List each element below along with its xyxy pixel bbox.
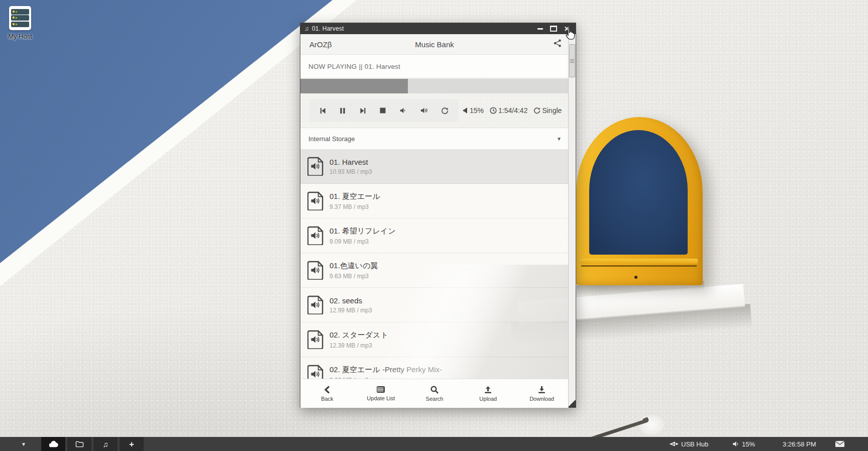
server-bay — [11, 22, 29, 27]
tray-volume[interactable]: 15% — [732, 437, 755, 451]
upload-button[interactable]: Upload — [461, 379, 515, 408]
track-row[interactable]: 02. seeds12.99 MB / mp3 — [300, 288, 569, 322]
scrollbar-thumb[interactable] — [569, 44, 575, 77]
tray-usb-hub[interactable]: USB Hub — [669, 437, 708, 451]
chevron-left-icon — [323, 386, 331, 394]
desktop-icon-my-host[interactable]: My Host — [6, 6, 34, 40]
play-mode[interactable]: Single — [533, 106, 562, 115]
audio-file-icon — [307, 191, 323, 210]
transport-controls — [309, 99, 458, 122]
pause-button[interactable] — [338, 106, 347, 116]
volume-down-button[interactable] — [398, 106, 408, 115]
clock-icon — [490, 107, 497, 114]
audio-file-icon — [307, 261, 323, 280]
plus-icon: + — [129, 440, 134, 448]
desktop-icon-label: My Host — [6, 33, 34, 40]
volume-up-button[interactable] — [419, 106, 429, 115]
track-meta: 9.63 MB / mp3 — [330, 273, 378, 280]
track-title: 02. スターダスト — [330, 330, 388, 340]
track-title: 01. 希望リフレイン — [330, 227, 396, 236]
track-row[interactable]: 01. 夏空エール9.37 MB / mp3 — [300, 184, 569, 218]
maximize-button[interactable] — [550, 23, 557, 34]
track-meta: 9.09 MB / mp3 — [330, 238, 396, 245]
window-toolbar: Back Update List Search Upload Download — [300, 379, 569, 408]
app-header: ArOZβ Music Bank — [300, 34, 569, 55]
taskbar-item-cloud-desktop[interactable] — [41, 437, 65, 451]
volume-indicator: 15% — [463, 106, 484, 115]
window-title: 01. Harvest — [312, 25, 537, 32]
next-track-button[interactable] — [358, 106, 368, 116]
audio-file-icon — [307, 330, 323, 349]
back-button[interactable]: Back — [300, 379, 354, 408]
minimize-button[interactable] — [537, 23, 543, 34]
app-title: Music Bank — [300, 40, 569, 49]
photo-window-dot — [634, 276, 637, 279]
taskbar: ▼ ♫ + USB Hub 15% 3:26:58 PM — [0, 437, 868, 451]
track-row[interactable]: 02. スターダスト12.39 MB / mp3 — [300, 322, 569, 357]
update-list-button[interactable]: Update List — [354, 379, 408, 408]
track-list: 01. Harvest10.93 MB / mp3 01. 夏空エール9.37 … — [300, 149, 569, 379]
now-playing-banner: NOW PLAYING || 01. Harvest — [300, 55, 569, 78]
audio-file-icon — [307, 157, 323, 176]
wall-bright-spot — [639, 415, 664, 435]
track-meta: 9.37 MB / mp3 — [330, 203, 380, 210]
server-bay — [11, 9, 29, 15]
chevron-down-icon: ▼ — [557, 136, 562, 142]
track-title: 01. 夏空エール — [330, 192, 380, 201]
list-icon — [376, 386, 385, 393]
scrollbar-track[interactable] — [568, 35, 576, 407]
repeat-icon — [533, 107, 540, 114]
share-icon[interactable] — [554, 39, 562, 49]
volume-value: 15% — [470, 106, 484, 115]
taskbar-item-file-explorer[interactable] — [67, 437, 91, 451]
track-row[interactable]: 01.色違いの翼9.63 MB / mp3 — [300, 253, 569, 288]
mail-icon — [835, 440, 845, 447]
refresh-button[interactable] — [440, 106, 450, 116]
taskbar-expand-caret[interactable]: ▼ — [21, 437, 26, 451]
previous-track-button[interactable] — [318, 106, 328, 116]
progress-bar[interactable] — [300, 79, 569, 93]
now-playing-text: NOW PLAYING || 01. Harvest — [308, 63, 400, 70]
play-mode-value: Single — [542, 106, 562, 115]
track-meta: 12.39 MB / mp3 — [330, 342, 388, 349]
speaker-icon — [463, 107, 468, 114]
cloud-icon — [48, 440, 58, 447]
storage-selector[interactable]: Internal Storage ▼ — [300, 128, 569, 150]
speaker-icon — [732, 441, 739, 447]
window-titlebar[interactable]: ♫ 01. Harvest ✕ — [300, 23, 576, 34]
download-button[interactable]: Download — [515, 379, 569, 408]
track-title: 01.色違いの翼 — [330, 261, 378, 271]
tray-mail[interactable] — [835, 437, 845, 451]
time-indicator: 1:54/4:42 — [490, 106, 527, 115]
photo-window-groove — [581, 265, 697, 267]
storage-selected-value: Internal Storage — [308, 135, 355, 143]
taskbar-item-add-app[interactable]: + — [120, 437, 144, 451]
player-status: 15% 1:54/4:42 Single — [463, 106, 562, 115]
track-title: 02. seeds — [330, 296, 372, 305]
track-row[interactable]: 01. 希望リフレイン9.09 MB / mp3 — [300, 218, 569, 253]
download-icon — [537, 386, 546, 394]
progress-fill — [300, 79, 408, 93]
search-icon — [430, 386, 439, 394]
photo-window-sill — [580, 259, 698, 264]
close-button[interactable]: ✕ — [564, 23, 570, 34]
folder-icon — [75, 440, 84, 447]
track-meta: 10.93 MB / mp3 — [330, 168, 372, 175]
track-meta: 12.99 MB / mp3 — [330, 307, 372, 314]
photo-arched-window — [576, 117, 703, 285]
track-title: 01. Harvest — [330, 158, 372, 166]
music-note-icon: ♫ — [304, 25, 309, 32]
music-player-window: ♫ 01. Harvest ✕ ArOZβ Music Bank NOW PLA… — [300, 23, 576, 408]
audio-file-icon — [307, 226, 323, 245]
taskbar-item-music[interactable]: ♫ — [93, 437, 118, 451]
photo-window-glass — [589, 130, 688, 255]
server-bay — [11, 15, 29, 21]
track-row[interactable]: 01. Harvest10.93 MB / mp3 — [300, 149, 569, 184]
track-row[interactable]: 02. 夏空エール -Pretty Perky Mix-9.06 MB / mp… — [300, 357, 569, 379]
audio-file-icon — [307, 295, 323, 314]
audio-file-icon — [307, 365, 323, 379]
search-button[interactable]: Search — [408, 379, 462, 408]
desktop: My Host ♫ 01. Harvest ✕ ArOZβ Music Bank… — [0, 0, 868, 451]
resize-handle[interactable] — [568, 400, 576, 407]
stop-button[interactable] — [378, 106, 387, 115]
